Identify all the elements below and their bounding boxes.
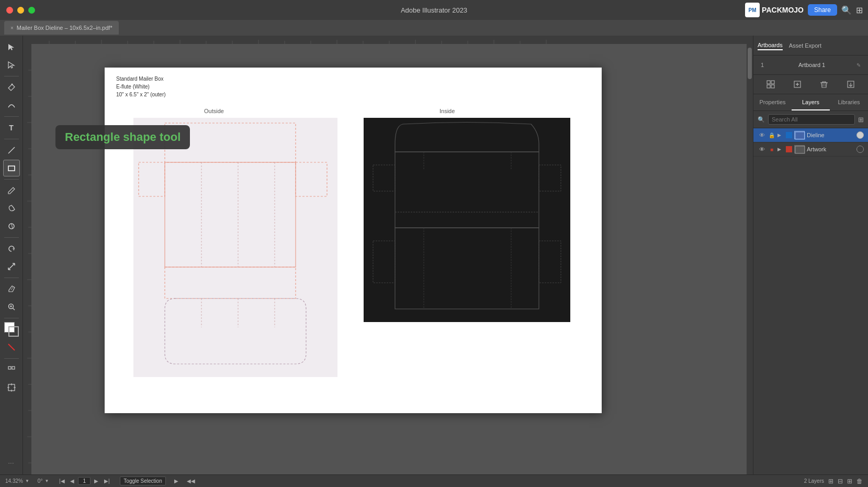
window-controls (6, 7, 35, 14)
more-tools-button[interactable]: ··· (3, 455, 20, 471)
prev-artboard-button[interactable]: ◀ (67, 477, 77, 486)
dieline-lock-icon[interactable]: 🔒 (768, 132, 775, 138)
direct-selection-tool-button[interactable] (3, 57, 20, 73)
double-arrow-icon[interactable]: ◀◀ (187, 478, 195, 484)
svg-line-10 (8, 344, 15, 350)
status-bar-more-icon[interactable]: ⊟ (838, 478, 843, 485)
svg-rect-77 (539, 241, 561, 283)
dieline-layer-item[interactable]: 👁 🔒 ▶ Dieline (753, 128, 868, 142)
dieline-target-icon[interactable] (856, 131, 864, 139)
scale-tool-button[interactable] (3, 258, 20, 275)
next-artboard-button[interactable]: ▶ (92, 477, 101, 486)
artwork-thumbnail (794, 145, 805, 153)
app-title: Adobe Illustrator 2023 (401, 6, 467, 14)
color-swatches[interactable] (3, 321, 20, 338)
rotation-value: 0° (38, 478, 43, 484)
vertical-ruler (23, 44, 31, 474)
zoom-value[interactable]: 14.32% (5, 478, 23, 484)
dieline-expand-icon[interactable]: ▶ (777, 132, 784, 138)
rotate-tool-button[interactable] (3, 240, 20, 257)
minimize-button[interactable] (17, 7, 24, 14)
artboard-list-item[interactable]: 1 Artboard 1 ✎ (758, 60, 864, 70)
line-tool-button[interactable] (3, 142, 20, 159)
artboard-to-doc-icon[interactable]: ⊞ (828, 478, 833, 485)
blob-brush-tool-button[interactable] (3, 218, 20, 235)
curvature-tool-button[interactable] (3, 97, 20, 114)
artboard-number-input[interactable] (78, 477, 91, 485)
arrow-right-icon[interactable]: ▶ (174, 478, 178, 484)
zoom-tool-button[interactable] (3, 298, 20, 315)
stroke-swatch[interactable] (8, 326, 19, 337)
svg-rect-18 (23, 36, 753, 44)
status-bar-delete-icon[interactable]: 🗑 (856, 478, 863, 485)
artwork-target-icon[interactable] (856, 146, 864, 153)
symbol-tools-button[interactable] (3, 361, 20, 378)
right-panel: Artboards Asset Export 1 Artboard 1 ✎ (753, 36, 868, 474)
document-tab[interactable]: × Mailer Box Dieline – 10x6.5x2–in.pdf* (4, 21, 119, 35)
artboard-edit-icon[interactable]: ✎ (856, 62, 861, 68)
packmojo-logo-text: PACKMOJO (762, 6, 804, 14)
last-artboard-button[interactable]: ▶| (102, 477, 111, 486)
rotation-dropdown-icon[interactable]: ▼ (44, 479, 49, 483)
svg-line-1 (8, 147, 15, 153)
artboards-panel-tab[interactable]: Artboards (758, 41, 783, 50)
horizontal-ruler (23, 36, 753, 44)
asset-export-panel-tab[interactable]: Asset Export (789, 41, 821, 50)
delete-artboard-icon[interactable] (818, 78, 830, 91)
artwork-lock-icon[interactable]: ■ (768, 147, 775, 152)
type-tool-button[interactable]: T (3, 119, 20, 136)
maximize-button[interactable] (28, 7, 35, 14)
none-color-button[interactable] (3, 339, 20, 356)
vertical-scrollbar[interactable] (747, 44, 753, 474)
rearrange-artboards-icon[interactable] (764, 78, 777, 91)
dieline-layer-name: Dieline (807, 132, 854, 138)
grid-icon[interactable]: ⊞ (856, 5, 863, 15)
tool-separator-5 (4, 237, 19, 238)
layers-tab[interactable]: Layers (792, 94, 830, 110)
toggle-selection-button[interactable]: Toggle Selection (120, 477, 165, 485)
selection-tool-button[interactable] (3, 39, 20, 56)
close-button[interactable] (6, 7, 13, 14)
share-btn-area: PM PACKMOJO Share 🔍 ⊞ (745, 3, 863, 17)
pen-tool-button[interactable] (3, 79, 20, 96)
svg-rect-67 (395, 152, 539, 228)
svg-rect-56 (165, 123, 296, 162)
share-button[interactable]: Share (808, 4, 837, 16)
rectangle-tool-button[interactable] (3, 160, 20, 176)
add-artboard-icon[interactable] (791, 78, 804, 91)
svg-rect-73 (395, 228, 539, 309)
inside-dieline (364, 118, 570, 322)
artboard-container[interactable]: Standard Mailer Box E-flute (White) 10" … (31, 44, 747, 474)
artboard-number: 1 (761, 62, 764, 68)
artwork-visibility-icon[interactable]: 👁 (758, 146, 766, 152)
artwork-layer-item[interactable]: 👁 ■ ▶ Artwork (753, 142, 868, 157)
scroll-thumb[interactable] (748, 48, 752, 79)
pencil-tool-button[interactable] (3, 182, 20, 199)
eraser-tool-button[interactable] (3, 281, 20, 297)
tool-separator-1 (4, 76, 19, 76)
status-bar-panel-icon[interactable]: ⊞ (847, 478, 852, 485)
search-icon[interactable]: 🔍 (841, 5, 852, 15)
svg-line-5 (11, 287, 13, 290)
doc-info-line3: 10" x 6.5" x 2" (outer) (116, 91, 166, 98)
properties-tab[interactable]: Properties (753, 94, 792, 110)
title-bar: Adobe Illustrator 2023 PM PACKMOJO Share… (0, 0, 868, 20)
zoom-dropdown-icon[interactable]: ▼ (25, 479, 29, 483)
libraries-tab[interactable]: Libraries (830, 94, 868, 110)
first-artboard-button[interactable]: |◀ (57, 477, 66, 486)
search-icon: 🔍 (758, 116, 765, 123)
dieline-color-swatch (786, 132, 792, 138)
tab-close-icon[interactable]: × (10, 25, 14, 31)
filter-icon[interactable]: ⊞ (858, 116, 864, 124)
layers-search-input[interactable] (768, 114, 855, 125)
shaper-tool-button[interactable] (3, 200, 20, 217)
layers-count-button[interactable]: 2 Layers (804, 478, 824, 484)
dieline-visibility-icon[interactable]: 👁 (758, 132, 766, 138)
tab-title: Mailer Box Dieline – 10x6.5x2–in.pdf* (17, 25, 112, 31)
artboard-tool-button[interactable] (3, 379, 20, 396)
svg-rect-2 (8, 166, 15, 171)
export-artboard-icon[interactable] (844, 78, 857, 91)
artwork-expand-icon[interactable]: ▶ (777, 147, 784, 152)
zoom-status: 14.32% ▼ (5, 478, 29, 484)
layers-spacer (753, 157, 868, 474)
